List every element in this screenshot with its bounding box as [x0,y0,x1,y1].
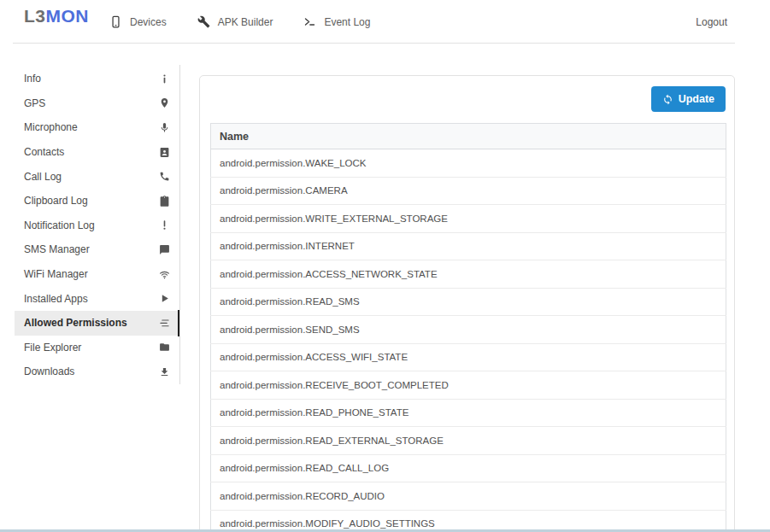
sidebar-item-label: Installed Apps [24,293,88,305]
sidebar-item-label: WiFi Manager [24,268,88,280]
top-navbar: L3MON DevicesAPK BuilderEvent Log Logout [0,0,770,44]
nav-item-event-log[interactable]: Event Log [303,15,370,28]
table-row[interactable]: android.permission.READ_CALL_LOG [211,454,726,482]
permission-name-cell: android.permission.READ_PHONE_STATE [211,399,726,427]
permissions-table: Name android.permission.WAKE_LOCKandroid… [210,123,726,532]
permission-name-cell: android.permission.ACCESS_NETWORK_STATE [211,260,726,289]
nav-item-label: APK Builder [218,16,273,28]
permission-name-cell: android.permission.RECORD_AUDIO [211,482,726,511]
table-row[interactable]: android.permission.WRITE_EXTERNAL_STORAG… [211,205,726,233]
sidebar-item-clipboard-log[interactable]: Clipboard Log [15,189,179,213]
column-header-name: Name [211,124,726,149]
brand-logo[interactable]: L3MON [24,6,89,26]
table-row[interactable]: android.permission.RECEIVE_BOOT_COMPLETE… [211,371,726,400]
table-row[interactable]: android.permission.READ_EXTERNAL_STORAGE [211,427,726,455]
sync-icon [662,94,673,105]
permission-name-cell: android.permission.CAMERA [211,177,726,205]
sidebar-item-gps[interactable]: GPS [15,91,179,116]
permission-name-cell: android.permission.RECEIVE_BOOT_COMPLETE… [211,371,726,400]
sidebar-item-downloads[interactable]: Downloads [15,360,179,384]
brand-suffix: MON [46,6,90,26]
info-icon [159,73,170,85]
wrench-icon [197,15,210,28]
sidebar: InfoGPSMicrophoneContactsCall LogClipboa… [15,67,179,384]
phone-icon [159,171,170,182]
table-row[interactable]: android.permission.SEND_SMS [211,316,726,344]
sidebar-item-label: Allowed Permissions [24,317,127,329]
main-nav: DevicesAPK BuilderEvent Log [109,0,370,44]
table-row[interactable]: android.permission.ACCESS_NETWORK_STATE [211,260,726,289]
permission-name-cell: android.permission.ACCESS_WIFI_STATE [211,343,726,371]
exclamation-icon [159,219,170,231]
table-row[interactable]: android.permission.ACCESS_WIFI_STATE [211,343,726,371]
update-button[interactable]: Update [651,86,726,112]
clipboard-icon [159,196,170,207]
sidebar-item-label: Clipboard Log [24,195,88,207]
table-header-row: Name [211,124,726,149]
logout-link[interactable]: Logout [696,0,727,44]
table-row[interactable]: android.permission.CAMERA [211,177,726,205]
permission-name-cell: android.permission.SEND_SMS [211,316,726,344]
sidebar-item-label: Microphone [24,121,78,133]
permission-name-cell: android.permission.WAKE_LOCK [211,149,726,178]
table-row[interactable]: android.permission.INTERNET [211,232,726,260]
sidebar-item-label: Contacts [24,146,64,158]
navbar-divider [13,43,735,44]
play-icon [159,293,170,304]
sidebar-item-microphone[interactable]: Microphone [15,115,179,140]
sidebar-item-file-explorer[interactable]: File Explorer [15,336,179,360]
sidebar-item-allowed-permissions[interactable]: Allowed Permissions [15,311,179,336]
sidebar-item-label: File Explorer [24,342,81,354]
table-row[interactable]: android.permission.WAKE_LOCK [211,149,726,178]
table-row[interactable]: android.permission.RECORD_AUDIO [211,482,726,511]
sidebar-item-notification-log[interactable]: Notification Log [15,213,179,238]
permission-name-cell: android.permission.READ_SMS [211,288,726,316]
folder-icon [159,342,170,353]
nav-item-devices[interactable]: Devices [109,15,167,28]
table-row[interactable]: android.permission.READ_PHONE_STATE [211,399,726,427]
sidebar-item-label: Info [24,73,41,85]
sidebar-divider [179,65,180,384]
contacts-icon [159,147,170,158]
sidebar-item-call-log[interactable]: Call Log [15,164,179,189]
smartphone-icon [109,15,122,28]
sidebar-item-label: Downloads [24,365,74,377]
sidebar-item-contacts[interactable]: Contacts [15,140,179,165]
permissions-card: Update Name android.permission.WAKE_LOCK… [199,75,735,532]
sidebar-item-label: SMS Manager [24,243,90,255]
terminal-icon [303,15,316,28]
sidebar-item-label: GPS [24,97,45,109]
nav-item-label: Event Log [324,16,370,28]
update-button-label: Update [679,93,714,105]
brand-prefix: L3 [24,6,46,26]
wifi-icon [159,269,170,280]
nav-item-apk-builder[interactable]: APK Builder [197,15,273,28]
permission-name-cell: android.permission.WRITE_EXTERNAL_STORAG… [211,205,726,233]
nav-item-label: Devices [130,16,167,28]
sidebar-item-info[interactable]: Info [15,67,179,91]
location-icon [159,97,170,108]
sidebar-item-wifi-manager[interactable]: WiFi Manager [15,262,179,287]
chat-icon [159,244,170,255]
sidebar-item-label: Call Log [24,171,62,183]
permission-name-cell: android.permission.INTERNET [211,232,726,260]
list-icon [159,318,170,329]
microphone-icon [159,122,170,133]
permission-name-cell: android.permission.READ_CALL_LOG [211,454,726,482]
table-row[interactable]: android.permission.READ_SMS [211,288,726,316]
permission-name-cell: android.permission.READ_EXTERNAL_STORAGE [211,427,726,455]
sidebar-item-sms-manager[interactable]: SMS Manager [15,237,179,262]
sidebar-item-label: Notification Log [24,219,95,231]
sidebar-item-installed-apps[interactable]: Installed Apps [15,286,179,311]
download-icon [159,366,170,377]
